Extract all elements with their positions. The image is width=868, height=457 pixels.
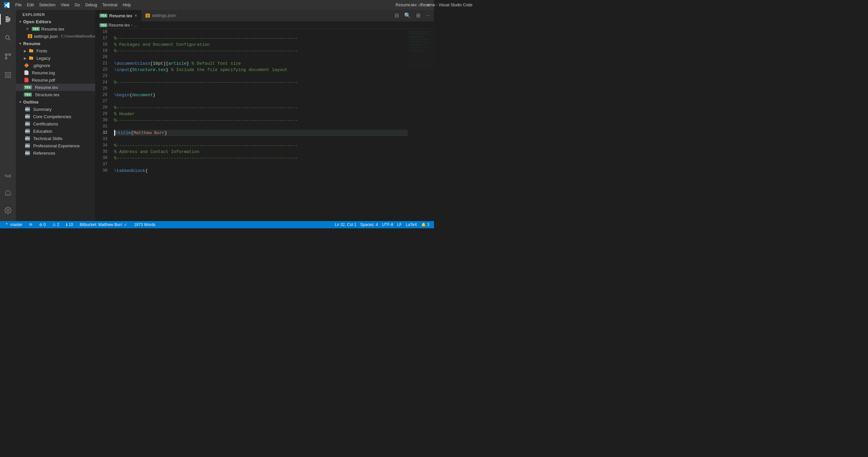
activity-notifications[interactable] xyxy=(0,185,16,201)
outline-core-competencies[interactable]: abc Core Competencies xyxy=(16,113,95,120)
outline-edu-label: Education xyxy=(33,129,52,134)
open-editor-settings-json[interactable]: {} settings.json C:\Users\MatthewBur... xyxy=(16,32,95,40)
layout-icon[interactable]: ⊞ xyxy=(415,11,422,19)
menu-selection[interactable]: Selection xyxy=(39,3,55,7)
sidebar-item-resume-tex[interactable]: TEX Resume.tex xyxy=(16,84,95,91)
code-line-30: %---------------------------------------… xyxy=(114,117,407,123)
svg-rect-11 xyxy=(9,73,10,74)
outline-technical-skills[interactable]: abc Technical Skills xyxy=(16,135,95,142)
warnings-count[interactable]: ⚠ 2 xyxy=(51,221,61,228)
code-line-16 xyxy=(114,29,407,35)
language-mode[interactable]: LaTeX xyxy=(404,221,419,228)
activity-explorer[interactable] xyxy=(0,11,16,27)
close-icon[interactable]: ✕ xyxy=(26,27,29,31)
code-line-37 xyxy=(114,161,407,168)
git-branch[interactable]: master xyxy=(3,221,25,228)
cursor-position[interactable]: Ln 32, Col 1 xyxy=(333,221,359,228)
resume-folder-label: Resume xyxy=(23,41,40,46)
ln-36: 36 xyxy=(95,155,107,161)
bc-file: Resume.tex xyxy=(109,23,130,28)
activity-run[interactable] xyxy=(0,67,16,83)
outline-header[interactable]: ▼ Outline xyxy=(16,98,95,106)
code-line-32: \title{Matthew Burr} xyxy=(114,130,407,136)
outline-chevron: ▼ xyxy=(19,100,22,104)
tex-badge-icon2: TEX xyxy=(24,93,32,96)
outline-core-label: Core Competencies xyxy=(33,114,71,119)
menu-terminal[interactable]: Terminal xyxy=(102,3,117,7)
sidebar-item-resume-pdf[interactable]: Resume.pdf xyxy=(16,76,95,84)
tex-badge-icon: TEX xyxy=(24,85,32,89)
code-line-27 xyxy=(114,98,407,105)
more-actions-icon[interactable]: ··· xyxy=(424,12,431,19)
bc-path: ... xyxy=(134,23,137,28)
code-line-20 xyxy=(114,54,407,60)
title-bar-menu[interactable]: File Edit Selection View Go Debug Termin… xyxy=(15,3,131,7)
menu-edit[interactable]: Edit xyxy=(27,3,34,7)
sidebar-item-structure-tex[interactable]: TEX Structure.tex xyxy=(16,91,95,98)
open-editor-resume-tex[interactable]: ✕ TEX Resume.tex xyxy=(16,25,95,32)
sidebar-header: Explorer xyxy=(16,10,95,18)
outline-references[interactable]: abc References xyxy=(16,149,95,156)
structure-tex-label: Structure.tex xyxy=(35,92,60,97)
word-count[interactable]: 1973 Words xyxy=(132,221,157,228)
errors-count[interactable]: ⊘ 0 xyxy=(37,221,48,228)
menu-help[interactable]: Help xyxy=(123,3,131,7)
svg-line-6 xyxy=(9,38,10,40)
outline-section-icon4: abc xyxy=(25,129,30,134)
sidebar-item-fonts[interactable]: ▶ Fonts xyxy=(16,47,95,54)
split-editor-icon[interactable]: ⊟ xyxy=(393,11,400,19)
activity-settings[interactable] xyxy=(0,202,16,218)
outline-summary[interactable]: abc Summary xyxy=(16,106,95,113)
menu-debug[interactable]: Debug xyxy=(85,3,97,7)
log-file-icon xyxy=(24,70,29,75)
code-line-24: %---------------------------------------… xyxy=(114,79,407,86)
line-ending-label: LF xyxy=(397,222,402,227)
outline-education[interactable]: abc Education xyxy=(16,127,95,135)
outline-section-icon7: abc xyxy=(25,151,30,155)
ln-38: 38 xyxy=(95,168,107,174)
code-editor[interactable]: %---------------------------------------… xyxy=(112,29,407,221)
menu-view[interactable]: View xyxy=(61,3,69,7)
sidebar-item-legacy[interactable]: ▶ Legacy xyxy=(16,54,95,62)
svg-rect-10 xyxy=(5,73,7,74)
ln-19: 19 xyxy=(95,48,107,54)
line-numbers: 16 17 18 19 20 21 22 23 24 25 26 27 28 2… xyxy=(95,29,112,221)
menu-go[interactable]: Go xyxy=(74,3,80,7)
word-count-label: 1973 Words xyxy=(134,222,155,227)
tab-settings-json[interactable]: {} settings.json xyxy=(142,10,180,21)
sync-button[interactable]: ⟳ xyxy=(27,221,34,228)
svg-point-14 xyxy=(7,209,9,211)
ln-27: 27 xyxy=(95,98,107,105)
resume-folder-header[interactable]: ▼ Resume xyxy=(16,40,95,47)
ln-34: 34 xyxy=(95,142,107,149)
info-count[interactable]: ℹ 10 xyxy=(64,221,75,228)
activity-search[interactable] xyxy=(0,30,16,46)
svg-point-7 xyxy=(5,57,7,59)
ln-20: 20 xyxy=(95,54,107,60)
encoding[interactable]: UTF-8 xyxy=(380,221,395,228)
outline-certifications[interactable]: abc Certifications xyxy=(16,120,95,127)
editor-content[interactable]: 16 17 18 19 20 21 22 23 24 25 26 27 28 2… xyxy=(95,29,434,221)
indentation[interactable]: Spaces: 4 xyxy=(359,221,380,228)
open-editors-header[interactable]: ▼ Open Editors xyxy=(16,18,95,25)
ln-17: 17 xyxy=(95,35,107,41)
menu-file[interactable]: File xyxy=(15,3,22,7)
bitbucket-status[interactable]: Bitbucket: Matthew Burr: ✓ xyxy=(78,221,129,228)
line-ending[interactable]: LF xyxy=(395,221,404,228)
activity-tex[interactable]: TeX xyxy=(0,168,16,184)
notifications[interactable]: 🔔 3 xyxy=(419,221,431,228)
status-left: master ⟳ ⊘ 0 ⚠ 2 ℹ 10 Bitbucket: Matthew… xyxy=(3,221,157,228)
sidebar-item-gitignore[interactable]: .gitignore xyxy=(16,62,95,69)
sidebar-item-resume-log[interactable]: Resume.log xyxy=(16,69,95,76)
code-line-35: % Address and Contact Information xyxy=(114,149,407,155)
tab-actions: ⊟ 🔍 ⊞ ··· xyxy=(393,10,434,21)
search-editor-icon[interactable]: 🔍 xyxy=(403,11,412,19)
outline-skills-label: Technical Skills xyxy=(33,136,62,141)
activity-source-control[interactable] xyxy=(0,49,16,64)
ln-16: 16 xyxy=(95,29,107,35)
tab-tex-icon: TEX xyxy=(99,13,107,18)
tab-close-button[interactable]: ✕ xyxy=(134,13,137,18)
tab-resume-tex[interactable]: TEX Resume.tex ✕ xyxy=(95,10,142,21)
fonts-folder-label: Fonts xyxy=(36,49,48,53)
outline-professional-experience[interactable]: abc Professional Experience xyxy=(16,142,95,149)
